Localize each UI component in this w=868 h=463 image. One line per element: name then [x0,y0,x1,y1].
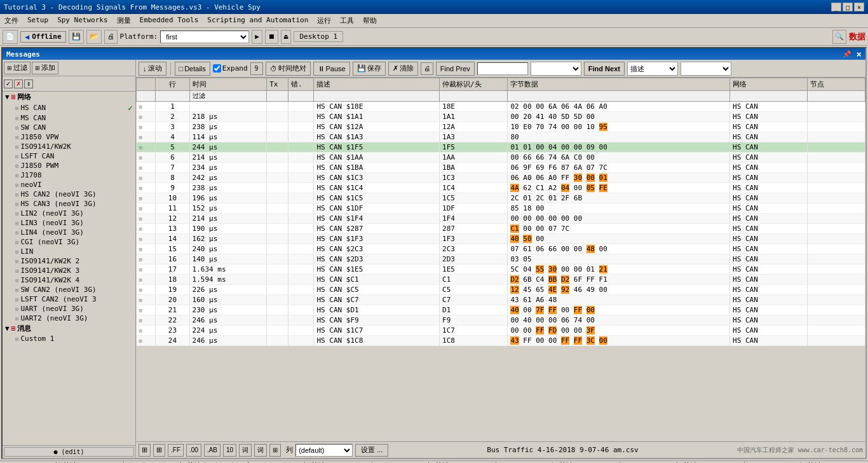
find-prev-button[interactable]: Find Prev [436,62,475,76]
col-header-net[interactable]: 网络 [730,78,808,91]
table-row[interactable]: ⊞ 4 114 μs HS CAN $1A3 1A3 80 HS CAN [137,132,865,142]
new-button[interactable]: 📄 [3,30,18,44]
scroll-button[interactable]: ↓ 滚动 [139,62,166,76]
misc-btn[interactable]: ⊞ [269,444,281,457]
col-header-time[interactable]: 时间 [189,78,267,91]
table-row[interactable]: ⊞ 21 230 μs HS CAN $D1 D1 40 00 7F FF 00… [137,305,865,315]
minimize-button[interactable]: _ [831,3,841,11]
dot-btn[interactable]: .00 [186,444,201,457]
columns-select[interactable]: (default) [295,444,353,457]
desc-filter-select[interactable] [681,62,731,76]
table-row[interactable]: ⊞ 10 196 μs HS CAN $1C5 1C5 2C 01 2C 01 … [137,193,865,204]
sidebar-item-lin[interactable]: ⊞ LIN [13,247,135,256]
sidebar-item-ms-can[interactable]: ⊞ MS CAN [13,113,135,123]
table-row[interactable]: ⊞ 19 226 μs HS CAN $C5 C5 12 45 65 4E 92… [137,285,865,295]
table-row[interactable]: ⊞ 17 1.634 ms HS CAN $1E5 1E5 5C 04 55 3… [137,265,865,275]
sidebar-item-j1850-vpw[interactable]: ⊞ J1850 VPW [13,132,135,142]
expand-checkbox-label[interactable]: Expand [213,64,248,73]
sidebar-item-sw-can2[interactable]: ⊞ SW CAN2 (neoVI 3G) [13,285,135,294]
col-header-tx[interactable]: Tx [267,78,288,91]
ab-btn[interactable]: .AB [204,444,220,457]
ff-btn[interactable]: .FF [168,444,184,457]
panel-pin-icon[interactable]: 📌 [843,50,851,59]
filter-button[interactable]: ⊞ 过滤 [4,62,31,74]
details-button[interactable]: □ Details [175,62,210,76]
sidebar-item-iso9141-3[interactable]: ⊞ ISO9141/KW2K 3 [13,266,135,275]
table-row[interactable]: ⊞ 12 214 μs HS CAN $1F4 1F4 00 00 00 00 … [137,214,865,224]
menu-help[interactable]: 帮助 [361,15,379,26]
platform-btn1[interactable]: ▶ [252,30,262,44]
table-row[interactable]: ⊞ 18 1.594 ms HS CAN $C1 C1 D2 6B C4 BB … [137,275,865,285]
sidebar-item-j1850-pwm[interactable]: ⊞ J1850 PWM [13,161,135,170]
platform-btn3[interactable]: ⏏ [281,30,292,44]
network-group[interactable]: ▼ ⊞ 网络 [3,92,135,102]
sidebar-item-j1708[interactable]: ⊞ J1708 [13,170,135,180]
sidebar-item-cgi[interactable]: ⊞ CGI (neoVI 3G) [13,237,135,247]
platform-select[interactable]: first [160,31,249,43]
menu-embedded[interactable]: Embedded Tools [138,15,201,26]
menu-run[interactable]: 运行 [315,15,333,26]
menu-scripting[interactable]: Scripting and Automation [205,15,310,26]
col-header-err[interactable]: 错. [288,78,314,91]
sidebar-item-lin2[interactable]: ⊞ LIN2 (neoVI 3G) [13,209,135,218]
table-row[interactable]: ⊞ 7 234 μs HS CAN $1BA 1BA 06 9F 69 F6 8… [137,163,865,173]
col-header-num[interactable]: 行 [156,78,189,91]
find-input[interactable] [477,62,528,75]
menu-setup[interactable]: Setup [25,15,50,26]
sidebar-item-sw-can[interactable]: ⊞ SW CAN [13,123,135,132]
platform-btn2[interactable]: ⏹ [265,30,278,44]
menu-spy-networks[interactable]: Spy Networks [55,15,109,26]
col-header-bytes[interactable]: 字节数据 [508,78,730,91]
table-row[interactable]: ⊞ 6 214 μs HS CAN $1AA 1AA 00 66 66 74 6… [137,153,865,163]
pause-button[interactable]: ⏸ Pause [313,62,350,76]
table-row[interactable]: ⊞ 23 224 μs HS CAN $1C7 1C7 00 00 FF FD … [137,326,865,336]
find-next-button[interactable]: Find Next [584,62,625,76]
message-group[interactable]: ▼ ⊞ 消息 [3,323,135,334]
table-row[interactable]: ⊞ 1 HS CAN $18E 18E 02 00 00 6A 06 4A 06… [137,102,865,112]
sidebar-item-uart2[interactable]: ⊞ UART2 (neoVI 3G) [13,314,135,323]
sidebar-item-hs-can2[interactable]: ⊞ HS CAN2 (neoVI 3G) [13,190,135,199]
word-btn1[interactable]: 词 [239,444,252,457]
menu-tools[interactable]: 工具 [338,15,356,26]
open-button[interactable]: 📂 [86,30,102,44]
menu-file[interactable]: 文件 [3,15,20,26]
sidebar-item-neovi[interactable]: ⊞ neoVI [13,180,135,190]
table-row[interactable]: ⊞ 11 152 μs HS CAN $1DF 1DF 85 18 00 HS … [137,204,865,214]
table-row[interactable]: ⊞ 22 246 μs HS CAN $F9 F9 00 40 00 00 06… [137,315,865,326]
print-msg-btn[interactable]: 🖨 [421,62,433,75]
sidebar-item-iso9141[interactable]: ⊞ ISO9141/KW2K [13,142,135,151]
scroll-tree-icon[interactable]: ↕ [24,79,33,88]
col-header-arb[interactable]: 仲裁标识/头 [440,78,508,91]
maximize-button[interactable]: □ [843,3,853,11]
print-button[interactable]: 🖨 [104,30,118,44]
table-row[interactable]: ⊞ 24 246 μs HS CAN $1C8 1C8 43 FF 00 00 … [137,336,865,346]
panel-close-button[interactable]: × [857,49,862,59]
table-row[interactable]: ⊞ 20 160 μs HS CAN $C7 C7 43 61 A6 48 HS… [137,295,865,305]
expand-checkbox[interactable] [213,64,221,73]
signal-icon-btn[interactable]: ⊞ [153,444,165,457]
sidebar-item-custom1[interactable]: ⊞ Custom 1 [13,334,135,343]
find-type-select[interactable] [531,62,581,76]
sidebar-item-iso9141-4[interactable]: ⊞ ISO9141/KW2K 4 [13,275,135,285]
col-header-node[interactable]: 节点 [807,78,865,91]
table-row[interactable]: ⊞ 14 162 μs HS CAN $1F3 1F3 40 50 00 HS … [137,234,865,244]
nine-btn[interactable]: 9 [250,62,263,75]
sidebar-item-lin4[interactable]: ⊞ LIN4 (neoVI 3G) [13,228,135,237]
add-button[interactable]: ⊞ 添加 [32,62,58,74]
sidebar-edit-btn[interactable]: ● (edit) [4,447,134,457]
table-row[interactable]: ⊞ 8 242 μs HS CAN $1C3 1C3 06 A0 06 A0 F… [137,173,865,183]
sidebar-item-hs-can[interactable]: ⊞ HS CAN ✓ [13,102,135,113]
sidebar-item-hs-can3[interactable]: ⊞ HS CAN3 (neoVI 3G) [13,199,135,209]
sidebar-item-lsft-can2[interactable]: ⊞ LSFT CAN2 (neoVI 3 [13,294,135,304]
ten-btn[interactable]: 10 [223,444,236,457]
search-icon-button[interactable]: 🔍 [832,30,846,44]
table-row[interactable]: ⊞ 15 240 μs HS CAN $2C3 2C3 07 61 06 66 … [137,244,865,254]
sidebar-item-lsft-can[interactable]: ⊞ LSFT CAN [13,151,135,161]
save-toolbar-button[interactable]: 💾 [69,30,84,44]
uncheck-all-icon[interactable]: ✗ [14,79,23,88]
settings-button[interactable]: 设置 ... [355,444,388,457]
table-row[interactable]: ⊞ 13 190 μs HS CAN $287 287 C1 00 00 07 … [137,224,865,234]
sidebar-item-iso9141-2[interactable]: ⊞ ISO9141/KW2K 2 [13,256,135,266]
table-row[interactable]: ⊞ 2 218 μs HS CAN $1A1 1A1 00 20 41 40 5… [137,112,865,122]
table-row[interactable]: ⊞ 16 140 μs HS CAN $2D3 2D3 03 05 HS CAN [137,254,865,265]
